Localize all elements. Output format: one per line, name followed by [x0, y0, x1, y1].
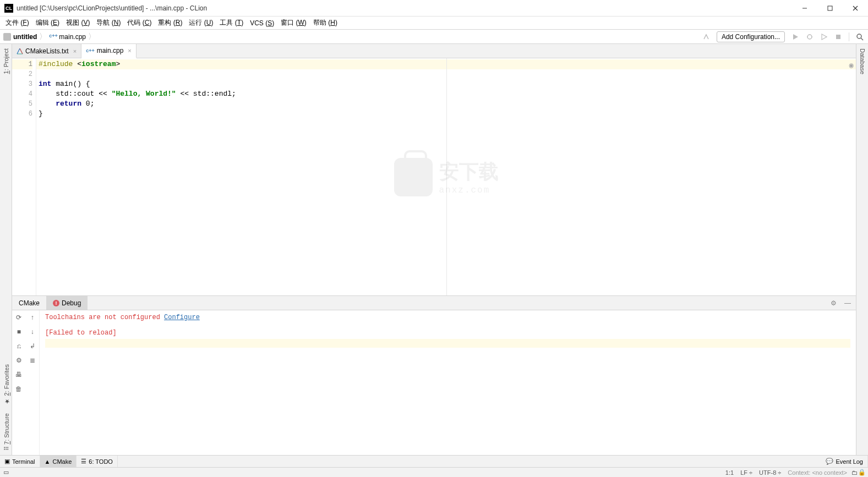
terminal-icon: ▣ [4, 458, 10, 465]
gear-icon[interactable]: ⚙ [12, 353, 26, 368]
sidebar-tab-structure[interactable]: ⠿ 7: Structure [2, 409, 11, 455]
stop-square-icon[interactable]: ■ [12, 325, 26, 339]
panel-tab-cmake[interactable]: CMake [12, 296, 46, 310]
panel-hide-icon[interactable]: — [842, 297, 854, 309]
event-log-icon: 💬 [826, 458, 833, 465]
panel-settings-icon[interactable]: ⚙ [827, 297, 839, 309]
up-arrow-icon[interactable]: ↑ [26, 310, 40, 325]
event-log-button[interactable]: 💬 Event Log [821, 456, 868, 467]
run-button[interactable] [789, 31, 801, 43]
lock-icon[interactable]: 🔒 [858, 469, 866, 476]
editor-tabs: CMakeLists.txt×c++main.cpp× [12, 44, 856, 58]
cmake-icon [17, 48, 23, 54]
reload-icon[interactable]: ⟳ [12, 310, 26, 325]
menu-S[interactable]: VCS (S) [247, 18, 277, 28]
cmake-icon: ▲ [45, 458, 51, 465]
line-number[interactable]: 4 [12, 89, 32, 99]
panel-toolbar: ⟳ ↑ ■ ↓ ⎌ ↲ ⚙ ≣ 🖶 🗑 [12, 310, 40, 455]
configure-link[interactable]: Configure [164, 314, 200, 321]
maximize-button[interactable] [817, 0, 843, 17]
close-tab-icon[interactable]: × [73, 48, 77, 54]
down-arrow-icon[interactable]: ↓ [26, 325, 40, 339]
bottom-tool-cmake[interactable]: ▲CMake [40, 456, 77, 467]
svg-point-4 [807, 35, 812, 39]
wrap-icon[interactable]: ↲ [26, 339, 40, 353]
trash-icon[interactable]: 🗑 [12, 382, 26, 396]
memory-indicator-icon[interactable]: 🗀 [850, 469, 858, 476]
titlebar: CL untitled [C:\Users\pc\CLionProjects\u… [0, 0, 868, 17]
line-separator[interactable]: LF ÷ [737, 469, 756, 476]
close-tab-icon[interactable]: × [128, 47, 131, 54]
run-with-coverage-button[interactable] [818, 31, 830, 43]
print-icon[interactable]: 🖶 [12, 368, 26, 382]
minimize-button[interactable] [792, 0, 817, 17]
menu-T[interactable]: 工具 (T) [216, 17, 247, 29]
editor-body[interactable]: 123456 #include <iostream>int main() { s… [12, 58, 856, 295]
stop-button[interactable] [832, 31, 844, 43]
editor-tab[interactable]: CMakeLists.txt× [12, 44, 81, 58]
sidebar-tab-project[interactable]: 1: Project [2, 44, 10, 78]
nav-back-icon[interactable] [700, 31, 712, 43]
panel-output[interactable]: Toolchains are not configured Configure … [40, 310, 856, 455]
menubar: 文件 (F)编辑 (E)视图 (V)导航 (N)代码 (C)重构 (R)运行 (… [0, 17, 868, 30]
panel-body: ⟳ ↑ ■ ↓ ⎌ ↲ ⚙ ≣ 🖶 🗑 Toolchains are not c… [12, 310, 856, 455]
menu-N[interactable]: 导航 (N) [93, 17, 124, 29]
menu-E[interactable]: 编辑 (E) [32, 17, 63, 29]
watermark-bag-icon [394, 158, 433, 196]
menu-F[interactable]: 文件 (F) [2, 17, 32, 29]
caret-position[interactable]: 1:1 [722, 469, 737, 476]
right-tool-stripe: Database [856, 44, 868, 455]
menu-V[interactable]: 视图 (V) [63, 17, 93, 29]
line-number[interactable]: 5 [12, 99, 32, 109]
breadcrumbs: untitled〉c++main.cpp〉 [2, 32, 700, 42]
inspections-eye-icon[interactable]: ◉ [849, 61, 854, 70]
cpp-file-icon: c++ [49, 33, 57, 41]
debug-button[interactable] [804, 31, 816, 43]
error-icon: ! [53, 300, 59, 306]
statusbar: ▭ 1:1 LF ÷ UTF-8 ÷ Context: <no context>… [0, 467, 868, 477]
code-area[interactable]: #include <iostream>int main() { std::cou… [36, 58, 856, 295]
todo-icon: ☰ [81, 458, 86, 465]
line-number[interactable]: 6 [12, 109, 32, 119]
output-text: Toolchains are not configured [45, 314, 164, 321]
line-number[interactable]: 1 [12, 59, 32, 69]
menu-W[interactable]: 窗口 (W) [277, 17, 310, 29]
filter-icon[interactable]: ⎌ [12, 339, 26, 353]
sidebar-tab-database[interactable]: Database [858, 44, 867, 79]
menu-C[interactable]: 代码 (C) [124, 17, 155, 29]
search-everywhere-button[interactable] [854, 31, 866, 43]
window-controls [792, 0, 868, 17]
breadcrumb-sep: 〉 [88, 32, 96, 42]
status-menu-icon[interactable]: ▭ [2, 469, 10, 476]
encoding[interactable]: UTF-8 ÷ [756, 469, 784, 476]
watermark-text: 安下载 [439, 162, 499, 184]
scroll-icon[interactable]: ≣ [26, 353, 40, 368]
panel-tabs: CMake!Debug ⚙ — [12, 296, 856, 310]
app-icon: CL [4, 4, 13, 13]
watermark-sub: anxz.com [439, 185, 499, 195]
svg-line-9 [861, 38, 863, 40]
bottom-panel: CMake!Debug ⚙ — ⟳ ↑ ■ ↓ ⎌ ↲ ⚙ ≣ 🖶 [12, 295, 856, 455]
main-area: 1: Project ★ 2: Favorites ⠿ 7: Structure… [0, 44, 868, 455]
menu-R[interactable]: 重构 (R) [155, 17, 185, 29]
breadcrumb-sep: 〉 [39, 32, 47, 42]
bottom-toolbar: ▣Terminal▲CMake☰6: TODO 💬 Event Log [0, 455, 868, 467]
editor-tab[interactable]: c++main.cpp× [81, 44, 137, 58]
folder-icon [3, 33, 11, 41]
code-right-margin [446, 58, 447, 295]
bottom-tool-todo[interactable]: ☰6: TODO [77, 456, 118, 467]
breadcrumb-item[interactable]: c++main.cpp [48, 33, 87, 41]
output-text-2: [Failed to reload] [45, 329, 850, 337]
svg-point-8 [857, 34, 861, 39]
run-configuration-selector[interactable]: Add Configuration... [717, 31, 785, 42]
line-number[interactable]: 3 [12, 79, 32, 89]
menu-H[interactable]: 帮助 (H) [310, 17, 341, 29]
context-indicator[interactable]: Context: <no context> [784, 469, 850, 476]
menu-U[interactable]: 运行 (U) [185, 17, 216, 29]
close-button[interactable] [843, 0, 868, 17]
bottom-tool-terminal[interactable]: ▣Terminal [0, 456, 40, 467]
sidebar-tab-favorites[interactable]: ★ 2: Favorites [2, 360, 11, 409]
line-number[interactable]: 2 [12, 69, 32, 79]
panel-tab-debug[interactable]: !Debug [46, 296, 88, 310]
breadcrumb-item[interactable]: untitled [2, 33, 38, 41]
